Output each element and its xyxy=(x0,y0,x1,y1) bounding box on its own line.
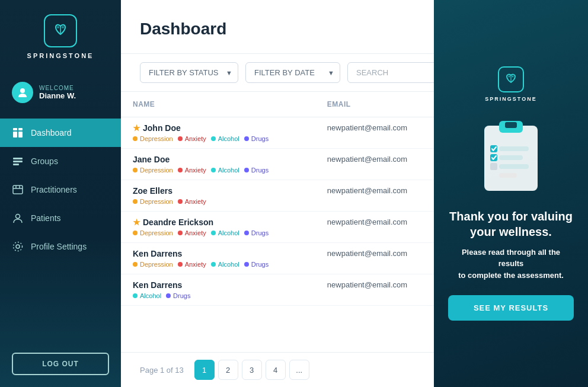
svg-rect-7 xyxy=(13,158,23,159)
tag-anxiety: Anxiety xyxy=(178,167,206,174)
status-filter-wrapper: FILTER BY STATUS ▼ xyxy=(140,62,238,83)
page-button-more[interactable]: ... xyxy=(289,360,309,380)
svg-rect-29 xyxy=(490,145,497,152)
patients-icon xyxy=(12,212,24,224)
tags-row: DepressionAnxietyAlcoholDrugs xyxy=(133,229,303,236)
groups-icon xyxy=(12,155,24,167)
sidebar-item-dashboard[interactable]: Dashboard xyxy=(0,119,121,147)
page-button-3[interactable]: 3 xyxy=(242,360,262,380)
page-button-1[interactable]: 1 xyxy=(194,360,215,380)
wellness-logo-text: SPRINGSTONE xyxy=(485,96,536,102)
svg-point-16 xyxy=(14,242,23,251)
sidebar-item-profile-settings[interactable]: Profile Settings xyxy=(0,232,121,261)
status-filter[interactable]: FILTER BY STATUS xyxy=(140,62,238,83)
logout-button[interactable]: LOG OUT xyxy=(12,353,109,375)
tag-drugs: Drugs xyxy=(244,135,269,142)
sidebar-logout: LOG OUT xyxy=(12,353,109,375)
sidebar-user: WELCOME Dianne W. xyxy=(0,76,121,109)
wellness-logo: SPRINGSTONE xyxy=(485,66,536,102)
col-name: NAME xyxy=(121,92,315,117)
col-email: EMAIL xyxy=(315,92,445,117)
user-info: WELCOME Dianne W. xyxy=(39,85,76,100)
star-icon: ★ xyxy=(133,123,140,133)
svg-point-20 xyxy=(512,75,513,77)
patient-email: newpatient@email.com xyxy=(315,117,445,149)
tag-anxiety: Anxiety xyxy=(178,135,206,142)
tag-drugs: Drugs xyxy=(244,261,269,268)
svg-rect-3 xyxy=(13,128,17,130)
svg-rect-5 xyxy=(13,132,17,137)
page-title: Dashboard xyxy=(140,20,226,39)
svg-rect-30 xyxy=(490,154,497,161)
patients-label: Patients xyxy=(31,213,61,223)
svg-rect-9 xyxy=(13,164,19,165)
wellness-logo-icon xyxy=(498,66,524,92)
svg-rect-31 xyxy=(490,163,497,170)
wellness-subtitle-normal: to complete the assessment. xyxy=(458,271,564,280)
tag-depression: Depression xyxy=(133,167,173,174)
tag-drugs: Drugs xyxy=(244,229,269,236)
date-filter[interactable]: FILTER BY DATE xyxy=(245,62,340,83)
see-results-button[interactable]: SEE MY RESULTS xyxy=(448,295,574,321)
patient-email: newpatient@email.com xyxy=(315,243,445,274)
sidebar-logo-text: SPRINGSTONE xyxy=(27,52,94,59)
svg-rect-24 xyxy=(505,122,517,128)
tag-alcohol: Alcohol xyxy=(211,229,239,236)
tag-anxiety: Anxiety xyxy=(178,261,206,268)
tag-alcohol: Alcohol xyxy=(211,167,239,174)
page-button-4[interactable]: 4 xyxy=(266,360,286,380)
sidebar-item-patients[interactable]: Patients xyxy=(0,204,121,232)
svg-point-0 xyxy=(57,26,59,28)
patient-name: Ken Darrens xyxy=(133,249,303,258)
tags-row: DepressionAnxietyAlcoholDrugs xyxy=(133,135,303,142)
wellness-subtitle-bold: Please read through all the results xyxy=(462,248,560,268)
tags-row: AlcoholDrugs xyxy=(133,292,303,299)
tag-anxiety: Anxiety xyxy=(178,229,206,236)
page-button-2[interactable]: 2 xyxy=(218,360,238,380)
welcome-label: WELCOME xyxy=(39,85,76,91)
sidebar-item-practitioners[interactable]: Practitioners xyxy=(0,175,121,204)
tag-alcohol: Alcohol xyxy=(211,261,239,268)
svg-rect-26 xyxy=(499,155,523,160)
groups-label: Groups xyxy=(31,156,58,166)
profile-settings-label: Profile Settings xyxy=(31,242,87,251)
sidebar-item-groups[interactable]: Groups xyxy=(0,147,121,175)
patient-name: Zoe Ellers xyxy=(133,186,303,196)
svg-rect-10 xyxy=(13,185,23,194)
user-name: Dianne W. xyxy=(39,91,76,100)
patient-email: newpatient@email.com xyxy=(315,274,445,306)
tag-drugs: Drugs xyxy=(166,292,190,299)
svg-rect-4 xyxy=(18,128,23,130)
practitioners-label: Practitioners xyxy=(31,185,77,194)
wellness-subtitle: Please read through all the results to c… xyxy=(448,247,574,282)
sidebar-nav: Dashboard Groups Practition xyxy=(0,119,121,341)
svg-rect-25 xyxy=(499,146,529,151)
patient-name: Ken Darrens xyxy=(133,280,303,290)
tags-row: DepressionAnxietyAlcoholDrugs xyxy=(133,261,303,268)
profile-settings-icon xyxy=(12,241,24,252)
tags-row: DepressionAnxiety xyxy=(133,198,303,205)
patient-email: newpatient@email.com xyxy=(315,212,445,243)
patient-name: ★Deandre Erickson xyxy=(133,218,303,227)
dashboard-icon xyxy=(12,127,24,139)
patient-email: newpatient@email.com xyxy=(315,180,445,212)
tag-depression: Depression xyxy=(133,229,173,236)
page-info: Page 1 of 13 xyxy=(140,366,184,375)
tag-anxiety: Anxiety xyxy=(178,198,206,205)
tag-alcohol: Alcohol xyxy=(133,292,161,299)
svg-rect-6 xyxy=(18,132,23,137)
main-content: Dashboard + ADD NEW FILTER BY STATUS ▼ F… xyxy=(121,0,588,387)
svg-point-2 xyxy=(20,88,25,93)
clipboard-illustration xyxy=(475,114,547,197)
svg-rect-28 xyxy=(499,173,517,178)
svg-point-1 xyxy=(62,26,64,28)
patient-name: ★John Doe xyxy=(133,123,303,133)
star-icon: ★ xyxy=(133,218,140,227)
avatar xyxy=(12,82,33,103)
tags-row: DepressionAnxietyAlcoholDrugs xyxy=(133,167,303,174)
wellness-title: Thank you for valuing your wellness. xyxy=(448,209,574,239)
sidebar: SPRINGSTONE WELCOME Dianne W. Dashb xyxy=(0,0,121,387)
svg-point-15 xyxy=(16,245,20,248)
sidebar-logo: SPRINGSTONE xyxy=(27,14,94,59)
svg-rect-27 xyxy=(499,164,529,169)
